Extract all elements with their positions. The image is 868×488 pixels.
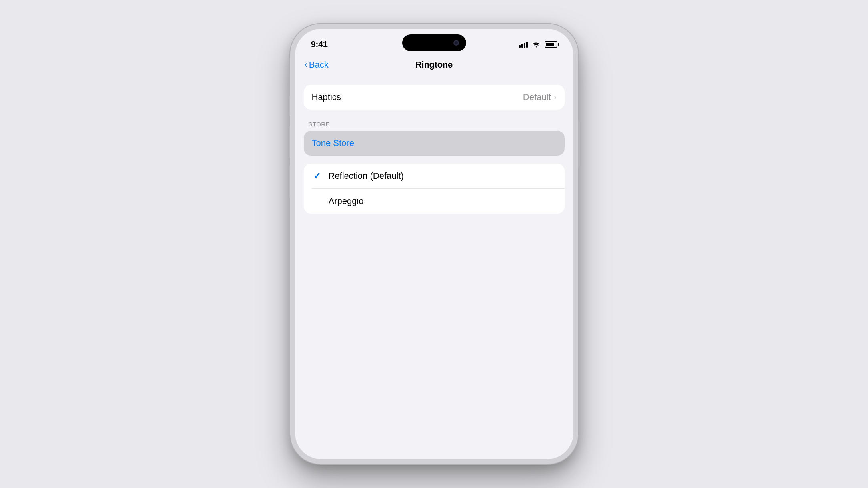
battery-fill bbox=[546, 43, 554, 46]
store-section-header: STORE bbox=[304, 118, 565, 131]
dynamic-island bbox=[402, 34, 466, 51]
ringtone-row-arpeggio[interactable]: Arpeggio bbox=[304, 189, 565, 214]
tone-store-card: Tone Store bbox=[304, 131, 565, 156]
wifi-icon bbox=[532, 41, 541, 48]
haptics-chevron-icon: › bbox=[554, 93, 557, 102]
ringtone-name-reflection: Reflection (Default) bbox=[329, 171, 404, 181]
store-section: STORE Tone Store bbox=[304, 118, 565, 156]
signal-bar-2 bbox=[521, 44, 523, 48]
ringtone-list-card: ✓ Reflection (Default) Arpeggio bbox=[304, 164, 565, 214]
signal-bar-4 bbox=[526, 42, 528, 48]
haptics-label: Haptics bbox=[312, 92, 341, 102]
back-label: Back bbox=[309, 60, 329, 70]
front-camera bbox=[453, 40, 459, 46]
power-button[interactable] bbox=[578, 120, 580, 168]
haptics-value: Default bbox=[523, 92, 551, 102]
ringtone-row-reflection[interactable]: ✓ Reflection (Default) bbox=[304, 164, 565, 188]
haptics-card: Haptics Default › bbox=[304, 85, 565, 110]
page-title: Ringtone bbox=[415, 60, 453, 70]
mute-button[interactable] bbox=[289, 96, 290, 116]
volume-up-button[interactable] bbox=[289, 126, 290, 158]
tone-store-label: Tone Store bbox=[312, 138, 354, 148]
status-time: 9:41 bbox=[311, 39, 328, 50]
signal-bar-1 bbox=[519, 45, 521, 48]
nav-bar: ‹ Back Ringtone bbox=[295, 53, 573, 77]
content-area: Haptics Default › STORE Tone Store bbox=[295, 77, 573, 459]
back-button[interactable]: ‹ Back bbox=[305, 60, 329, 70]
checkmark-icon: ✓ bbox=[312, 171, 322, 181]
volume-down-button[interactable] bbox=[289, 166, 290, 198]
tone-store-row[interactable]: Tone Store bbox=[304, 131, 565, 156]
battery-icon bbox=[545, 41, 557, 48]
haptics-value-container: Default › bbox=[523, 92, 557, 102]
signal-icon bbox=[519, 41, 528, 48]
haptics-row[interactable]: Haptics Default › bbox=[304, 85, 565, 110]
phone-mockup: 9:41 ‹ Back Ri bbox=[290, 24, 578, 464]
status-icons bbox=[519, 41, 557, 48]
ringtone-name-arpeggio: Arpeggio bbox=[329, 196, 364, 206]
back-chevron-icon: ‹ bbox=[305, 60, 307, 70]
signal-bar-3 bbox=[524, 43, 525, 48]
phone-screen: 9:41 ‹ Back Ri bbox=[295, 29, 573, 459]
